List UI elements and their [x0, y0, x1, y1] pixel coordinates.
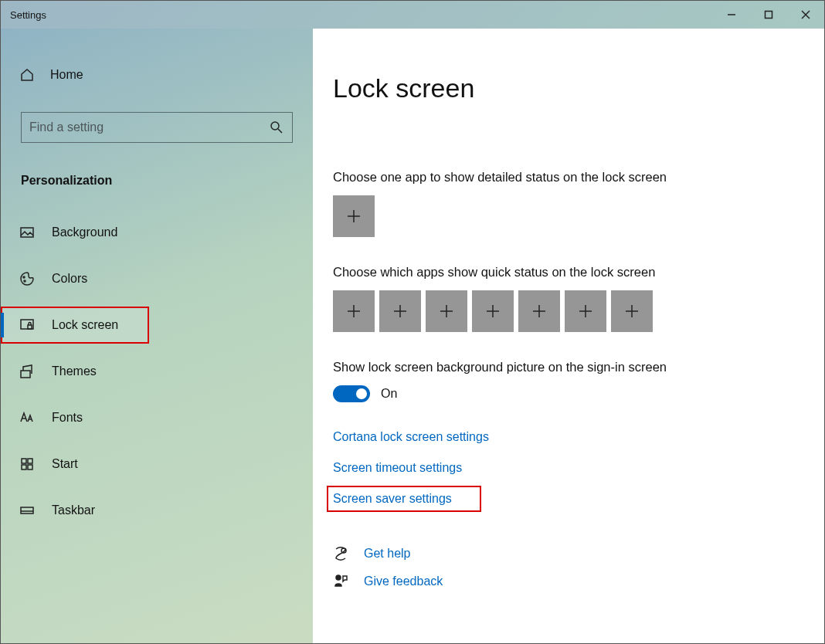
toggle-state: On — [381, 387, 397, 401]
quick-status-slot[interactable] — [518, 290, 560, 332]
svg-rect-14 — [22, 465, 26, 469]
quick-status-slot[interactable] — [379, 290, 421, 332]
svg-rect-13 — [28, 459, 32, 463]
section-title: Personalization — [1, 174, 313, 188]
home-label: Home — [50, 68, 83, 82]
window-title: Settings — [10, 9, 46, 21]
sidebar: Home Personalization Background Colors L… — [1, 29, 313, 643]
show-bg-toggle[interactable] — [333, 385, 370, 402]
svg-rect-11 — [21, 371, 30, 378]
home-button[interactable]: Home — [1, 63, 313, 87]
detailed-status-label: Choose one app to show detailed status o… — [333, 170, 796, 185]
close-button[interactable] — [787, 1, 824, 29]
get-help-row[interactable]: Get help — [333, 546, 796, 561]
taskbar-icon — [19, 503, 35, 518]
maximize-button[interactable] — [750, 1, 787, 29]
quick-status-slot[interactable] — [426, 290, 467, 332]
body: Home Personalization Background Colors L… — [1, 29, 824, 643]
svg-rect-10 — [28, 325, 32, 329]
get-help-link[interactable]: Get help — [364, 547, 410, 561]
fonts-icon — [19, 410, 35, 425]
nav-item-label: Colors — [52, 272, 87, 286]
svg-rect-15 — [28, 465, 32, 469]
nav-item-label: Fonts — [52, 411, 83, 425]
svg-rect-16 — [21, 507, 33, 514]
show-bg-label: Show lock screen background picture on t… — [333, 360, 796, 375]
svg-line-5 — [278, 129, 282, 133]
lockscreen-icon — [19, 317, 35, 333]
search-box[interactable] — [21, 112, 293, 143]
main-content: Lock screen Choose one app to show detai… — [313, 29, 824, 643]
svg-point-35 — [336, 575, 341, 580]
feedback-row[interactable]: Give feedback — [333, 574, 796, 589]
show-bg-block: Show lock screen background picture on t… — [333, 360, 796, 402]
nav-item-label: Background — [52, 225, 117, 239]
nav: Background Colors Lock screen Themes Fon… — [1, 214, 313, 538]
nav-item-label: Themes — [52, 364, 97, 378]
svg-rect-12 — [22, 459, 26, 463]
titlebar: Settings — [1, 1, 824, 29]
window-controls — [713, 1, 824, 29]
feedback-link[interactable]: Give feedback — [364, 575, 443, 588]
palette-icon — [19, 271, 35, 286]
page-title: Lock screen — [333, 73, 796, 103]
nav-item-background[interactable]: Background — [1, 214, 313, 251]
quick-status-slot[interactable] — [611, 290, 653, 332]
quick-status-slot[interactable] — [565, 290, 606, 332]
picture-icon — [19, 225, 35, 240]
quick-status-block: Choose which apps show quick status on t… — [333, 265, 796, 332]
screensaver-link[interactable]: Screen saver settings — [333, 492, 475, 506]
start-icon — [19, 456, 35, 472]
svg-point-4 — [271, 122, 279, 130]
home-icon — [19, 67, 35, 83]
nav-item-label: Lock screen — [52, 318, 118, 332]
detailed-status-add-button[interactable] — [333, 195, 375, 237]
detailed-status-block: Choose one app to show detailed status o… — [333, 170, 796, 237]
quick-status-label: Choose which apps show quick status on t… — [333, 265, 796, 280]
svg-rect-6 — [21, 228, 33, 237]
svg-rect-1 — [766, 12, 772, 19]
nav-item-taskbar[interactable]: Taskbar — [1, 492, 313, 529]
help-icon — [333, 546, 348, 561]
feedback-icon — [333, 574, 348, 589]
nav-item-lock-screen[interactable]: Lock screen — [1, 307, 149, 344]
nav-item-colors[interactable]: Colors — [1, 260, 313, 297]
nav-item-fonts[interactable]: Fonts — [1, 399, 313, 436]
quick-status-slot[interactable] — [333, 290, 375, 332]
svg-point-7 — [23, 276, 25, 278]
search-icon — [269, 120, 284, 135]
nav-item-themes[interactable]: Themes — [1, 353, 313, 390]
nav-item-label: Taskbar — [52, 503, 95, 517]
nav-item-start[interactable]: Start — [1, 446, 313, 483]
nav-item-label: Start — [52, 457, 78, 471]
minimize-button[interactable] — [713, 1, 750, 29]
cortana-link[interactable]: Cortana lock screen settings — [333, 430, 489, 444]
svg-point-8 — [24, 280, 25, 282]
search-input[interactable] — [29, 120, 269, 134]
themes-icon — [19, 364, 35, 379]
quick-status-slot[interactable] — [472, 290, 514, 332]
timeout-link[interactable]: Screen timeout settings — [333, 461, 462, 475]
